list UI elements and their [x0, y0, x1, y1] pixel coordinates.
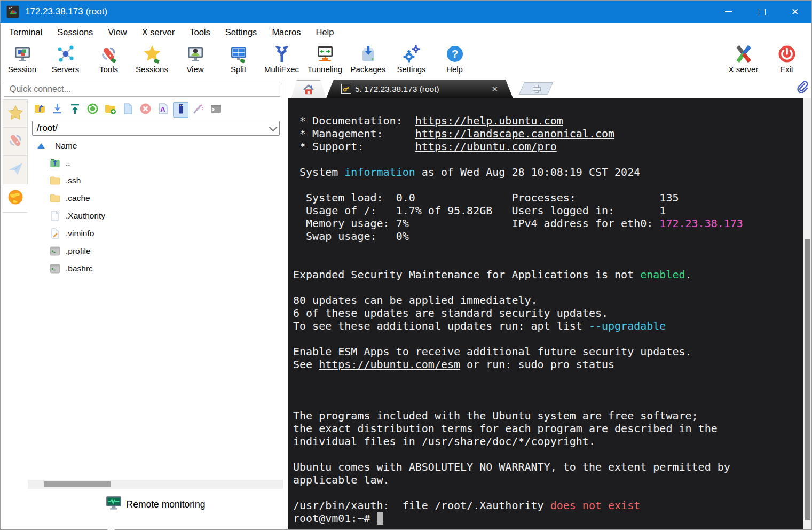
file-name: .cache [66, 193, 90, 203]
toolbar-label: Sessions [136, 65, 168, 74]
ft-new-file-icon [122, 103, 134, 117]
upload-button[interactable] [67, 102, 83, 118]
terminal-link[interactable]: https://ubuntu.com/esm [319, 358, 460, 371]
terminal-line: Memory usage: 7% IPv4 address for eth0: … [293, 217, 803, 230]
terminal-text: 80 updates can be applied immediately. [293, 294, 538, 307]
terminal-panel: 5. 172.23.38.173 (root) ✕ * Documentatio… [288, 80, 811, 529]
folder-up-button[interactable] [32, 102, 48, 118]
menu-settings[interactable]: Settings [218, 25, 265, 40]
star-arrow-icon [143, 44, 162, 64]
sidebar-tab-tools[interactable] [3, 128, 28, 156]
terminal-link[interactable]: https://help.ubuntu.com [415, 114, 563, 127]
path-dropdown[interactable]: /root/ [32, 121, 280, 136]
terminal-line: * Documentation: https://help.ubuntu.com [293, 114, 803, 127]
file-row[interactable]: .. [28, 154, 283, 172]
sidebar-tab-sftp[interactable] [3, 184, 28, 213]
toolbar-help-button[interactable]: ?Help [433, 41, 476, 74]
minimize-button[interactable] [712, 1, 745, 23]
menu-help[interactable]: Help [308, 25, 341, 40]
sidebar-tab-macros[interactable] [3, 156, 28, 184]
file-row[interactable]: .profile [28, 242, 283, 260]
gears-icon [402, 44, 421, 64]
xserver-icon [734, 44, 753, 64]
horizontal-scrollbar[interactable] [28, 480, 283, 489]
terminal-button[interactable] [208, 102, 224, 118]
toolbar-tools-button[interactable]: Tools [87, 41, 130, 74]
menu-view[interactable]: View [100, 25, 134, 40]
terminal-text: as of Wed Aug 28 10:08:19 CST 2024 [415, 166, 640, 178]
terminal-line [293, 255, 803, 268]
toolbar-exit-button[interactable]: Exit [765, 41, 808, 74]
download-button[interactable] [50, 102, 65, 118]
close-button[interactable]: ✕ [778, 1, 811, 23]
quick-connect-input[interactable] [4, 82, 280, 97]
maximize-button[interactable] [745, 1, 778, 23]
panel-view-button[interactable] [173, 102, 188, 118]
ft-refresh-icon [86, 103, 99, 117]
toolbar-label: Exit [780, 65, 793, 74]
file-row[interactable]: .ssh [28, 172, 283, 189]
delete-button[interactable] [138, 102, 153, 118]
sidebar-tab-sessions[interactable] [3, 99, 28, 128]
sidebar-tabstrip [3, 99, 28, 213]
terminal-tabbar: 5. 172.23.38.173 (root) ✕ [288, 80, 811, 98]
file-row[interactable]: .viminfo [28, 224, 283, 242]
toolbar-packages-button[interactable]: Packages [346, 41, 390, 74]
refresh-button[interactable] [85, 102, 100, 118]
toolbar-view-button[interactable]: View [174, 41, 217, 74]
terminal-line [293, 448, 803, 461]
file-row[interactable]: .Xauthority [28, 207, 283, 224]
toolbar-multiexec-button[interactable]: MultiExec [260, 41, 303, 74]
terminal-screen[interactable]: * Documentation: https://help.ubuntu.com… [288, 98, 803, 529]
terminal-line: /usr/bin/xauth: file /root/.Xauthority d… [293, 499, 803, 512]
view-icon [186, 44, 205, 64]
horizontal-scrollbar-thumb[interactable] [44, 481, 111, 487]
menu-x-server[interactable]: X server [135, 25, 182, 40]
file-edit-icon [49, 228, 61, 239]
home-tab[interactable] [291, 80, 326, 98]
menu-tools[interactable]: Tools [182, 25, 218, 40]
new-file-button[interactable] [120, 102, 136, 118]
terminal-text: 6 of these updates are standard security… [293, 307, 608, 319]
menu-terminal[interactable]: Terminal [2, 25, 50, 40]
terminal-line: 80 updates can be applied immediately. [293, 294, 803, 307]
file-name: .bashrc [66, 264, 93, 274]
toolbar-tunneling-button[interactable]: Tunneling [303, 41, 346, 74]
terminal-text: Swap usage: 0% [293, 230, 409, 243]
chevron-down-icon [269, 123, 278, 131]
svg-text:A: A [160, 105, 165, 113]
new-folder-button[interactable] [103, 102, 118, 118]
rename-button[interactable]: A [155, 102, 171, 118]
toolbar-x-server-button[interactable]: X server [722, 41, 765, 74]
menu-macros[interactable]: Macros [264, 25, 308, 40]
file-row[interactable]: .bashrc [28, 260, 283, 277]
new-tab-button[interactable] [519, 82, 553, 95]
toolbar-session-button[interactable]: Session [1, 41, 44, 74]
terminal-cursor [377, 512, 383, 525]
toolbar-label: Servers [52, 65, 80, 74]
toolbar-settings-button[interactable]: Settings [390, 41, 433, 74]
wand-button[interactable] [191, 102, 206, 118]
active-session-tab[interactable]: 5. 172.23.38.173 (root) ✕ [326, 80, 513, 98]
file-list-header[interactable]: Name [28, 139, 77, 153]
menu-sessions[interactable]: Sessions [50, 25, 100, 40]
tab-close-icon[interactable]: ✕ [491, 84, 498, 94]
ft-download-icon [51, 103, 64, 117]
file-row[interactable]: .cache [28, 189, 283, 207]
terminal-link[interactable]: https://landscape.canonical.com [415, 127, 614, 140]
terminal-link[interactable]: https://ubuntu.com/pro [415, 140, 557, 153]
terminal-text: Ubuntu comes with ABSOLUTELY NO WARRANTY… [293, 461, 730, 473]
terminal-line: root@vm01:~# [293, 512, 803, 525]
app-logo-icon [6, 5, 20, 19]
attach-button[interactable] [795, 80, 809, 94]
remote-monitoring-button[interactable]: Remote monitoring [28, 495, 283, 514]
ft-delete-icon [139, 103, 152, 117]
toolbar-split-button[interactable]: Split [217, 41, 260, 74]
toolbar-sessions-button[interactable]: Sessions [130, 41, 174, 74]
active-tab-label: 5. 172.23.38.173 (root) [355, 84, 439, 94]
vertical-scrollbar-thumb[interactable] [805, 239, 810, 520]
toolbar-servers-button[interactable]: Servers [44, 41, 87, 74]
vertical-scrollbar[interactable] [803, 98, 811, 529]
toolbar-label: Tools [99, 65, 118, 74]
terminal-line: the exact distribution terms for each pr… [293, 422, 803, 435]
